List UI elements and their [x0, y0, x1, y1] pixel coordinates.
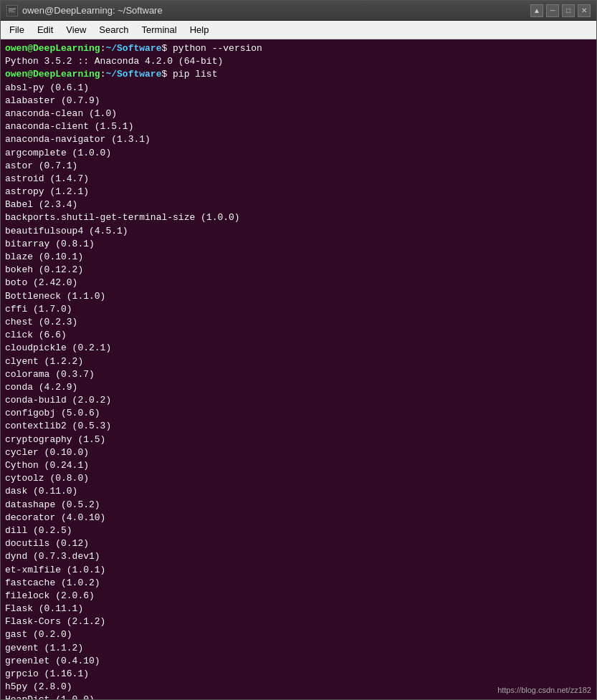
pip-list-item: astor (0.7.1): [5, 160, 592, 173]
pip-list-item: decorator (4.0.10): [5, 512, 592, 524]
pip-list-item: Bottleneck (1.1.0): [5, 290, 592, 303]
pip-list-item: fastcache (1.0.2): [5, 577, 592, 590]
pip-list-item: alabaster (0.7.9): [5, 95, 592, 107]
pip-list-item: colorama (0.3.7): [5, 368, 592, 381]
pip-list-item: cycler (0.10.0): [5, 446, 592, 459]
pip-list-item: anaconda-navigator (1.3.1): [5, 133, 592, 146]
menu-terminal[interactable]: Terminal: [136, 22, 183, 37]
pip-list-item: contextlib2 (0.5.3): [5, 420, 592, 433]
pip-list-item: chest (0.2.3): [5, 316, 592, 329]
pip-list-item: dask (0.11.0): [5, 485, 592, 498]
pip-list-item: dill (0.2.5): [5, 524, 592, 537]
title-bar-title: owen@DeepLearning: ~/Software: [22, 5, 163, 16]
title-bar-minimize-btn[interactable]: ─: [546, 4, 559, 17]
pip-list-item: conda-build (2.0.2): [5, 394, 592, 407]
pip-list-item: grpcio (1.16.1): [5, 668, 592, 681]
title-bar: owen@DeepLearning: ~/Software ▲ ─ □ ✕: [1, 1, 596, 21]
pip-list-item: blaze (0.10.1): [5, 251, 592, 264]
pip-list-item: configobj (5.0.6): [5, 407, 592, 420]
pip-list-item: greenlet (0.4.10): [5, 655, 592, 668]
pip-list-item: gast (0.2.0): [5, 628, 592, 641]
prompt-path-1: ~/Software: [105, 43, 161, 54]
pip-list-item: argcomplete (1.0.0): [5, 147, 592, 160]
pip-list-item: h5py (2.8.0): [5, 681, 592, 694]
pip-list-item: beautifulsoup4 (4.5.1): [5, 225, 592, 238]
pip-list-output: absl-py (0.6.1)alabaster (0.7.9)anaconda…: [5, 82, 592, 699]
terminal-body[interactable]: owen@DeepLearning:~/Software$ python --v…: [1, 39, 596, 699]
pip-list-item: cloudpickle (0.2.1): [5, 342, 592, 355]
pip-list-item: anaconda-clean (1.0): [5, 107, 592, 120]
pip-list-item: astroid (1.4.7): [5, 173, 592, 186]
cmd-1: python --version: [167, 43, 262, 54]
terminal-line-2: owen@DeepLearning:~/Software$ pip list: [5, 68, 592, 81]
terminal-window: owen@DeepLearning: ~/Software ▲ ─ □ ✕ Fi…: [0, 0, 597, 700]
cmd-2: pip list: [167, 69, 217, 80]
pip-list-item: HeapDict (1.0.0): [5, 694, 592, 699]
pip-list-item: gevent (1.1.2): [5, 642, 592, 655]
pip-list-item: cytoolz (0.8.0): [5, 472, 592, 485]
pip-list-item: Flask (0.11.1): [5, 603, 592, 615]
pip-list-item: et-xmlfile (1.0.1): [5, 564, 592, 577]
output-python-version: Python 3.5.2 :: Anaconda 4.2.0 (64-bit): [5, 55, 592, 68]
pip-list-item: dynd (0.7.3.dev1): [5, 550, 592, 563]
title-bar-controls: ▲ ─ □ ✕: [530, 4, 591, 17]
pip-list-item: Flask-Cors (2.1.2): [5, 615, 592, 628]
pip-list-item: clyent (1.2.2): [5, 355, 592, 368]
pip-list-item: cffi (1.7.0): [5, 303, 592, 316]
title-bar-up-btn[interactable]: ▲: [530, 4, 543, 17]
pip-list-item: conda (4.2.9): [5, 381, 592, 394]
pip-list-item: astropy (1.2.1): [5, 186, 592, 198]
prompt-path-2: ~/Software: [105, 69, 161, 80]
pip-list-item: filelock (2.0.6): [5, 590, 592, 603]
pip-list-item: Cython (0.24.1): [5, 459, 592, 472]
menu-help[interactable]: Help: [184, 22, 215, 37]
pip-list-item: anaconda-client (1.5.1): [5, 120, 592, 133]
pip-list-item: click (6.6): [5, 329, 592, 342]
svg-rect-3: [9, 11, 15, 12]
svg-rect-2: [9, 10, 14, 11]
menu-view[interactable]: View: [60, 22, 92, 37]
svg-rect-1: [9, 9, 16, 9]
pip-list-item: cryptography (1.5): [5, 433, 592, 446]
title-bar-maximize-btn[interactable]: □: [562, 4, 575, 17]
menu-file[interactable]: File: [4, 22, 30, 37]
menu-bar: File Edit View Search Terminal Help: [1, 21, 596, 39]
pip-list-item: Babel (2.3.4): [5, 198, 592, 211]
terminal-line-1: owen@DeepLearning:~/Software$ python --v…: [5, 42, 592, 55]
pip-list-item: boto (2.42.0): [5, 277, 592, 289]
pip-list-item: backports.shutil-get-terminal-size (1.0.…: [5, 211, 592, 224]
window-icon: [6, 5, 18, 16]
menu-edit[interactable]: Edit: [32, 22, 59, 37]
pip-list-item: absl-py (0.6.1): [5, 82, 592, 95]
pip-list-item: datashape (0.5.2): [5, 499, 592, 512]
title-bar-left: owen@DeepLearning: ~/Software: [6, 5, 163, 16]
pip-list-item: bitarray (0.8.1): [5, 238, 592, 251]
menu-search[interactable]: Search: [93, 22, 134, 37]
title-bar-close-btn[interactable]: ✕: [578, 4, 591, 17]
prompt-user-2: owen@DeepLearning: [5, 69, 100, 80]
pip-list-item: bokeh (0.12.2): [5, 264, 592, 277]
prompt-user-1: owen@DeepLearning: [5, 43, 100, 54]
pip-list-item: docutils (0.12): [5, 537, 592, 550]
